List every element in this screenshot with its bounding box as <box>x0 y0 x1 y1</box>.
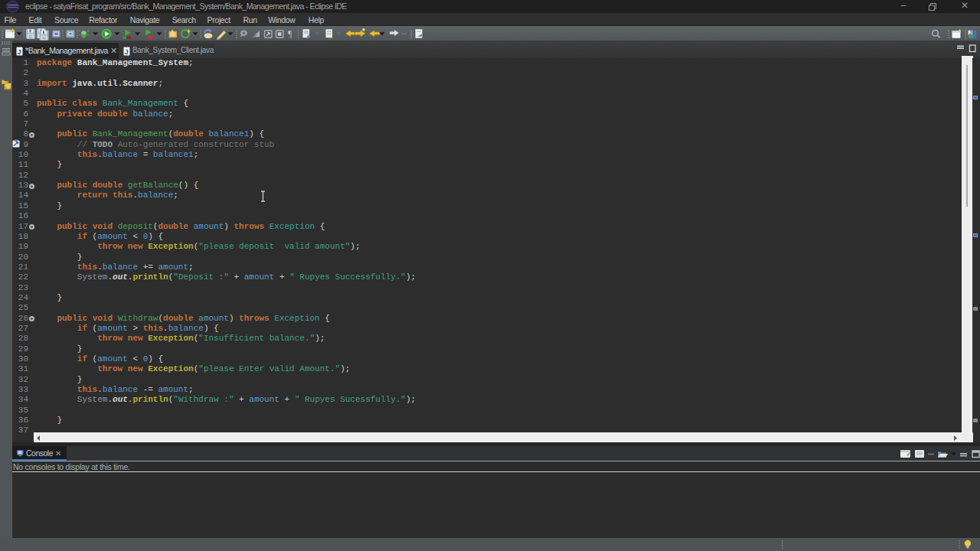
svg-text:J: J <box>969 30 972 35</box>
svg-text:J: J <box>125 48 129 56</box>
svg-text:J: J <box>18 48 21 56</box>
svg-text:¶: ¶ <box>288 28 292 39</box>
